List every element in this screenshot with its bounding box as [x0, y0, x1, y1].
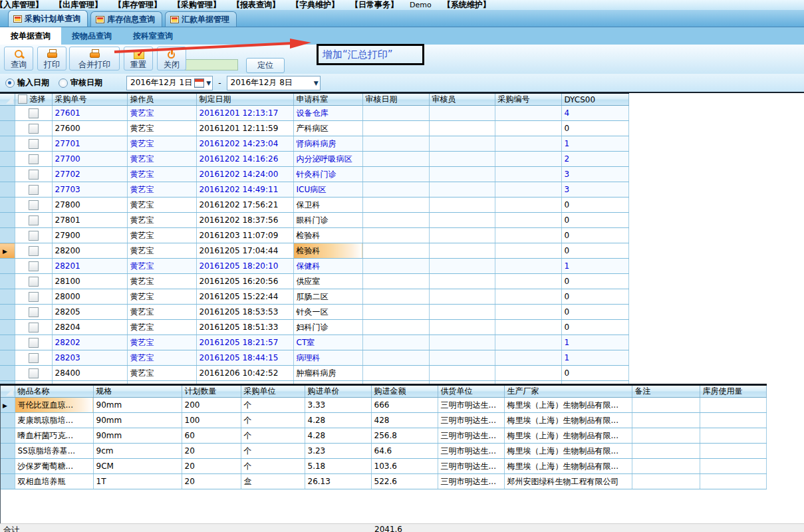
cell-plan-qty[interactable]: 200 — [182, 398, 241, 413]
cell-order-no[interactable]: 28000 — [52, 289, 127, 305]
cell-stock-usage[interactable] — [700, 459, 766, 474]
row-checkbox[interactable] — [29, 215, 39, 225]
row-indicator[interactable]: ▶ — [0, 398, 15, 413]
row-checkbox[interactable] — [29, 277, 39, 287]
cell-department[interactable]: 妇科门诊 — [293, 320, 362, 335]
column-header[interactable]: 供货单位 — [438, 386, 504, 398]
cell-select[interactable] — [15, 305, 52, 320]
cell-select[interactable] — [15, 213, 52, 228]
column-header[interactable]: 规格 — [93, 386, 182, 398]
cell-purchase-no[interactable] — [495, 106, 561, 121]
table-row[interactable]: 28204黄艺宝20161205 18:51:33妇科门诊0 — [0, 320, 628, 335]
row-checkbox[interactable] — [29, 185, 39, 195]
cell-audit-date[interactable] — [362, 198, 429, 213]
row-indicator[interactable] — [0, 106, 15, 121]
cell-purchase-no[interactable] — [495, 289, 561, 305]
cell-create-date[interactable]: 20161202 14:24:00 — [196, 167, 293, 182]
cell-department[interactable]: 检验科 — [293, 228, 362, 243]
row-checkbox[interactable] — [29, 261, 39, 271]
cell-manufacturer[interactable]: 梅里埃（上海）生物制品有限... — [504, 444, 632, 459]
cell-plan-qty[interactable]: 60 — [182, 428, 241, 444]
row-checkbox[interactable] — [29, 124, 39, 134]
cell-dycs[interactable]: 0 — [561, 305, 628, 320]
row-checkbox[interactable] — [29, 292, 39, 302]
cell-spec[interactable]: 90mm — [93, 428, 182, 444]
cell-purchase-no[interactable] — [495, 167, 561, 182]
cell-dycs[interactable]: 1 — [561, 136, 628, 152]
cell-auditor[interactable] — [429, 259, 495, 274]
cell-unit[interactable]: 盒 — [241, 474, 305, 489]
cell-create-date[interactable]: 20161206 10:42:52 — [196, 366, 293, 381]
grid-corner[interactable] — [0, 94, 15, 106]
print-button[interactable]: 合并打印 — [69, 47, 120, 70]
row-checkbox[interactable] — [29, 338, 39, 348]
cell-supplier[interactable]: 三明市明达生... — [438, 413, 504, 428]
column-header[interactable]: 计划数量 — [182, 386, 241, 398]
cell-operator[interactable]: 黄艺宝 — [127, 350, 196, 366]
cell-spec[interactable]: 90mm — [93, 413, 182, 428]
cell-manufacturer[interactable]: 梅里埃（上海）生物制品有限... — [504, 459, 632, 474]
cell-order-no[interactable]: 27900 — [52, 228, 127, 243]
cell-auditor[interactable] — [429, 366, 495, 381]
cell-create-date[interactable]: 20161201 12:11:59 — [196, 121, 293, 136]
cell-operator[interactable]: 黄艺宝 — [127, 198, 196, 213]
row-checkbox[interactable] — [29, 353, 39, 363]
cell-operator[interactable]: 黄艺宝 — [127, 106, 196, 121]
menu-item[interactable]: 【入库管理】 — [0, 0, 43, 11]
column-header[interactable]: 备注 — [632, 386, 700, 398]
column-header[interactable]: DYCS00 — [561, 94, 628, 106]
cell-select[interactable] — [15, 350, 52, 366]
cell-department[interactable]: 针灸科门诊 — [293, 167, 362, 182]
cell-purchase-no[interactable] — [495, 350, 561, 366]
column-header[interactable]: 选择 — [15, 94, 52, 106]
cell-audit-date[interactable] — [362, 259, 429, 274]
cell-supplier[interactable]: 三明市明达生... — [438, 474, 504, 489]
cell-department[interactable]: 检验科 — [293, 243, 362, 259]
cell-auditor[interactable] — [429, 320, 495, 335]
table-row[interactable]: 27801黄艺宝20161202 18:37:56眼科门诊0 — [0, 213, 628, 228]
cell-note[interactable] — [632, 459, 700, 474]
cell-note[interactable] — [632, 444, 700, 459]
cell-department[interactable]: 内分泌呼吸病区 — [293, 152, 362, 167]
close-button[interactable]: 关闭 — [157, 47, 186, 70]
calendar-icon[interactable] — [194, 78, 204, 88]
cell-unit[interactable]: 个 — [241, 413, 305, 428]
cell-department[interactable]: 病理科 — [293, 350, 362, 366]
cell-purchase-no[interactable] — [495, 259, 561, 274]
cell-order-no[interactable]: 28204 — [52, 320, 127, 335]
cell-dycs[interactable]: 0 — [561, 213, 628, 228]
row-indicator[interactable] — [0, 259, 15, 274]
cell-audit-date[interactable] — [362, 335, 429, 350]
row-checkbox[interactable] — [29, 246, 39, 256]
cell-audit-date[interactable] — [362, 182, 429, 198]
cell-dycs[interactable]: 0 — [561, 228, 628, 243]
sub-tab[interactable]: 按单据查询 — [0, 27, 61, 45]
cell-operator[interactable]: 黄艺宝 — [127, 320, 196, 335]
menu-item[interactable]: 【报表查询】 — [232, 0, 280, 11]
column-header[interactable]: 采购编号 — [495, 94, 561, 106]
row-indicator[interactable] — [0, 182, 15, 198]
cell-department[interactable]: 肿瘤科病房 — [293, 366, 362, 381]
row-checkbox[interactable] — [29, 307, 39, 317]
cell-purchase-no[interactable] — [495, 305, 561, 320]
row-checkbox[interactable] — [29, 154, 39, 164]
row-checkbox[interactable] — [29, 368, 39, 378]
cell-audit-date[interactable] — [362, 213, 429, 228]
cell-auditor[interactable] — [429, 274, 495, 289]
cell-operator[interactable]: 黄艺宝 — [127, 167, 196, 182]
cell-department[interactable]: 设备仓库 — [293, 106, 362, 121]
cell-audit-date[interactable] — [362, 136, 429, 152]
row-indicator[interactable] — [0, 198, 15, 213]
cell-auditor[interactable] — [429, 167, 495, 182]
cell-dycs[interactable]: 0 — [561, 289, 628, 305]
cell-operator[interactable]: 黄艺宝 — [127, 243, 196, 259]
cell-operator[interactable]: 黄艺宝 — [127, 305, 196, 320]
menu-item[interactable]: 【日常事务】 — [350, 0, 398, 11]
cell-stock-usage[interactable] — [700, 413, 766, 428]
cell-auditor[interactable] — [429, 243, 495, 259]
table-row[interactable]: 28202黄艺宝20161205 18:21:57CT室1 — [0, 335, 628, 350]
cell-purchase-no[interactable] — [495, 182, 561, 198]
cell-auditor[interactable] — [429, 182, 495, 198]
cell-auditor[interactable] — [429, 152, 495, 167]
row-indicator[interactable] — [0, 444, 15, 459]
